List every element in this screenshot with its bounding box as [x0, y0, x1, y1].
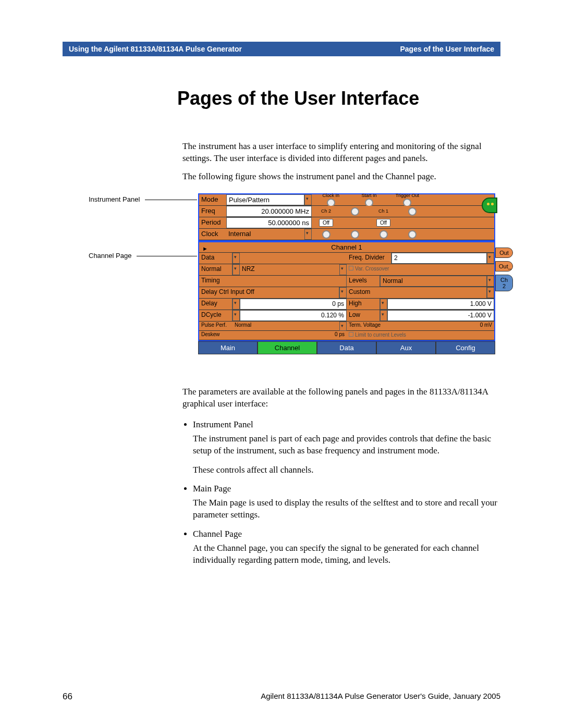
- freq-field[interactable]: 20.000000 MHz: [226, 206, 312, 217]
- ui-figure: Instrument Panel Channel Page Mode Pulse…: [63, 193, 500, 376]
- bullet-main-page: Main Page: [193, 484, 231, 493]
- channel-panel: Out Out_ Ch 2 Channel 1 Data Normal: [198, 241, 495, 341]
- intro-p1: The instrument has a user interface to s…: [182, 141, 500, 165]
- chevron-down-icon[interactable]: [487, 253, 494, 264]
- deskew-value[interactable]: 0 ps: [232, 331, 347, 340]
- trigger-out-label: Trigger Out: [396, 193, 419, 198]
- chevron-down-icon[interactable]: [232, 299, 240, 310]
- tab-channel[interactable]: Channel: [258, 341, 317, 354]
- deskew-label: Deskew: [199, 331, 232, 340]
- callout-channel-page: Channel Page: [89, 252, 131, 260]
- timing-label: Timing: [199, 276, 347, 287]
- high-field[interactable]: 1.000 V: [387, 299, 494, 310]
- normal-dropdown[interactable]: Normal: [199, 264, 232, 275]
- chevron-down-icon[interactable]: [339, 287, 347, 298]
- tab-config[interactable]: Config: [436, 341, 495, 354]
- dcycle-field[interactable]: 0.120 %: [240, 310, 347, 321]
- ch2-off-button[interactable]: Off: [319, 219, 333, 227]
- mode-label: Mode: [199, 194, 226, 205]
- bullet-channel-page: Channel Page: [193, 529, 242, 539]
- data-label: Data: [199, 253, 232, 264]
- clock-label: Clock: [199, 229, 226, 240]
- instrument-ui: Mode Pulse/Pattern Clock In Start In Tri…: [198, 193, 495, 354]
- port-icon: [380, 230, 388, 239]
- ch1-port-icon: [408, 207, 417, 216]
- port-icon: [351, 230, 359, 239]
- intro-p2: The following figure shows the instrumen…: [182, 171, 500, 183]
- chevron-down-icon[interactable]: [304, 229, 312, 240]
- clock-in-label: Clock In: [322, 193, 339, 198]
- delay-ctrl-dropdown[interactable]: Delay Ctrl Input Off: [199, 287, 339, 298]
- header-left: Using the Agilent 81133A/81134A Pulse Ge…: [69, 45, 242, 53]
- bottom-tab-bar: Main Channel Data Aux Config: [198, 341, 495, 354]
- channel-header: Channel 1: [199, 242, 494, 253]
- header-right: Pages of the User Interface: [400, 45, 494, 53]
- limit-levels-checkbox[interactable]: Limit to current Levels: [347, 331, 494, 340]
- tab-data[interactable]: Data: [317, 341, 376, 354]
- footer-text: Agilent 81133A/81134A Pulse Generator Us…: [261, 692, 500, 702]
- chevron-down-icon[interactable]: [487, 287, 494, 298]
- ch2-tab[interactable]: Ch 2: [495, 275, 513, 291]
- bullet-list: Instrument Panel The instrument panel is…: [182, 419, 500, 566]
- callout-line: [137, 256, 197, 256]
- mode-dropdown[interactable]: Pulse/Pattern: [226, 194, 304, 205]
- chevron-down-icon[interactable]: [339, 322, 347, 331]
- chevron-down-icon[interactable]: [232, 310, 240, 321]
- after-figure-text: The parameters are available at the foll…: [182, 386, 500, 410]
- levels-mode-dropdown[interactable]: Normal: [380, 276, 487, 287]
- bullet-body: The instrument panel is part of each pag…: [193, 433, 500, 457]
- page-number: 66: [63, 692, 72, 702]
- port-icon: [408, 230, 417, 239]
- page-footer: 66 Agilent 81133A/81134A Pulse Generator…: [63, 692, 500, 702]
- var-crossover-checkbox[interactable]: Var. Crossover: [347, 264, 494, 275]
- tab-main[interactable]: Main: [198, 341, 258, 354]
- bullet-body: The Main page is used to display the res…: [193, 497, 500, 521]
- high-label: High: [347, 299, 380, 310]
- freq-label: Freq: [199, 206, 226, 217]
- delay-label: Delay: [199, 299, 232, 310]
- term-voltage-label: Term. Voltage: [347, 322, 391, 330]
- page-title: Pages of the User Interface: [177, 88, 500, 109]
- chevron-down-icon[interactable]: [232, 264, 240, 275]
- bullet-body: At the Channel page, you can specify the…: [193, 542, 500, 566]
- page-header: Using the Agilent 81133A/81134A Pulse Ge…: [63, 42, 500, 56]
- freq-divider-label: Freq. Divider: [347, 253, 391, 264]
- low-label: Low: [347, 310, 380, 321]
- custom-dropdown[interactable]: Custom: [347, 287, 487, 298]
- chevron-down-icon[interactable]: [304, 194, 312, 205]
- dcycle-label: DCycle: [199, 310, 232, 321]
- callout-instrument-panel: Instrument Panel: [89, 195, 140, 203]
- ch2-port-icon: [351, 207, 359, 216]
- period-label: Period: [199, 217, 226, 228]
- start-in-label: Start In: [361, 193, 376, 198]
- low-field[interactable]: -1.000 V: [387, 310, 494, 321]
- pulse-perf-value[interactable]: Normal: [232, 322, 339, 330]
- term-voltage-value[interactable]: 0 mV: [391, 322, 494, 330]
- bullet-instrument-panel: Instrument Panel: [193, 419, 253, 429]
- delay-field[interactable]: 0 ps: [240, 299, 347, 310]
- chevron-down-icon[interactable]: [380, 310, 387, 321]
- chevron-down-icon[interactable]: [380, 299, 387, 310]
- period-field[interactable]: 50.000000 ns: [226, 217, 312, 228]
- tab-aux[interactable]: Aux: [376, 341, 436, 354]
- bullet-body: These controls affect all channels.: [193, 464, 500, 476]
- out-bar-tab[interactable]: Out_: [495, 261, 513, 272]
- ch1-label: Ch 1: [378, 208, 388, 214]
- ch2-label: Ch 2: [321, 208, 331, 214]
- ch1-off-button[interactable]: Off: [376, 219, 390, 227]
- nrz-dropdown[interactable]: NRZ: [240, 264, 339, 275]
- chevron-down-icon[interactable]: [232, 253, 240, 264]
- chevron-down-icon[interactable]: [487, 276, 494, 287]
- chevron-down-icon[interactable]: [339, 264, 347, 275]
- levels-label: Levels: [347, 276, 380, 287]
- pulse-perf-label: Pulse Perf.: [199, 322, 232, 330]
- instrument-panel: Mode Pulse/Pattern Clock In Start In Tri…: [198, 193, 495, 241]
- freq-divider-field[interactable]: 2: [391, 253, 487, 264]
- power-indicator-icon: [482, 198, 497, 213]
- callout-line: [145, 200, 197, 200]
- out-tab[interactable]: Out: [495, 248, 513, 258]
- clock-dropdown[interactable]: Internal: [226, 229, 304, 240]
- port-icon: [322, 230, 331, 239]
